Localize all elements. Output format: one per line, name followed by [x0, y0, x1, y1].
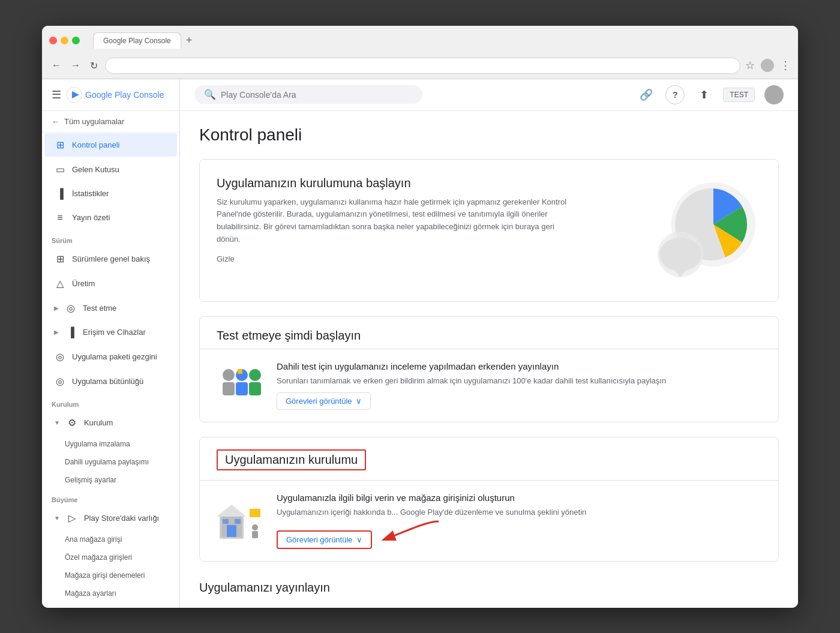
browser-titlebar: Google Play Console + — [42, 26, 798, 54]
sidebar-item-yayin-ozeti[interactable]: ≡ Yayın özeti — [44, 206, 177, 229]
back-arrow-icon: ← — [52, 117, 59, 126]
sidebar-item-dahili-uygulama[interactable]: Dahili uygulama paylaşımı — [42, 453, 179, 471]
link-icon-button[interactable]: 🔗 — [637, 85, 656, 104]
sidebar-item-gelismis[interactable]: Gelişmiş ayarlar — [42, 471, 179, 489]
kurulum-section-label: Kurulum — [42, 394, 179, 410]
content-area: Kontrol paneli Uygulamanızın kurulumuna … — [180, 111, 798, 608]
play-store-nav-icon: ▷ — [66, 512, 78, 524]
uretim-label: Üretim — [72, 279, 95, 288]
new-tab-button[interactable]: + — [181, 32, 197, 49]
surum-section-label: Sürüm — [42, 230, 179, 247]
svg-rect-7 — [223, 382, 235, 395]
bookmark-icon[interactable]: ☆ — [745, 59, 755, 72]
kurulum-item-icon — [217, 500, 265, 542]
test-item-content: Dahili test için uygulamanızı inceleme y… — [277, 361, 761, 410]
sidebar-item-butunluk[interactable]: ◎ Uygulama bütünlüğü — [44, 370, 177, 393]
help-icon-button[interactable]: ? — [665, 85, 685, 104]
sidebar-item-paket[interactable]: ◎ Uygulama paketi gezgini — [44, 345, 177, 368]
gelen-kutusu-icon: ▭ — [54, 164, 66, 175]
svg-rect-16 — [223, 519, 229, 524]
browser-window: Google Play Console + ← → ↻ ☆ ⋮ ☰ — [42, 26, 798, 608]
test-etme-icon: ◎ — [65, 302, 77, 314]
kontrol-paneli-icon: ⊞ — [54, 139, 66, 151]
svg-rect-21 — [252, 531, 258, 538]
test-section-card: Test etmeye şimdi başlayın — [199, 316, 779, 423]
svg-point-10 — [249, 369, 261, 381]
svg-rect-19 — [250, 509, 260, 517]
kurulum-section-title: Uygulamanızın kurulumu — [217, 449, 366, 470]
sidebar-item-magaza-denemeleri[interactable]: Mağaza girişi denemeleri — [42, 566, 179, 584]
search-icon: 🔍 — [204, 89, 216, 100]
kurulum-item-desc: Uygulamanızın içeriği hakkında b... Goog… — [277, 506, 761, 518]
svg-point-6 — [223, 369, 235, 381]
sidebar-item-gelen-kutusu[interactable]: ▭ Gelen Kutusu — [44, 158, 177, 181]
butunluk-icon: ◎ — [54, 376, 66, 387]
avatar-icon[interactable] — [764, 85, 784, 104]
kurulum-section-item-row: Uygulamanızla ilgili bilgi verin ve mağa… — [200, 481, 778, 561]
sidebar-item-magaza-ayarlari[interactable]: Mağaza ayarları — [42, 584, 179, 602]
sidebar-item-istatistikler[interactable]: ▐ İstatistikler — [44, 182, 177, 205]
sidebar-item-erisim[interactable]: ▶ ▐ Erişim ve Cihazlar — [44, 321, 177, 344]
traffic-light-green[interactable] — [72, 37, 80, 44]
upload-icon-button[interactable]: ⬆ — [694, 85, 713, 104]
browser-tab-active[interactable]: Google Play Console — [93, 32, 181, 49]
uygulama-imzalama-label: Uygulama imzalama — [65, 440, 130, 448]
test-tasks-chevron: ∨ — [356, 397, 362, 406]
svg-rect-15 — [227, 525, 236, 537]
traffic-light-red[interactable] — [49, 37, 57, 44]
sidebar-item-ana-magaza[interactable]: Ana mağaza girişi — [42, 530, 179, 548]
hamburger-icon[interactable]: ☰ — [52, 88, 61, 101]
sidebar-item-uretim[interactable]: △ Üretim — [44, 272, 177, 295]
erisim-icon: ▐ — [65, 327, 77, 338]
sidebar-item-surumlere[interactable]: ⊞ Sürümlere genel bakış — [44, 247, 177, 271]
back-button[interactable]: ← — [49, 58, 64, 73]
back-label: Tüm uygulamalar — [64, 117, 124, 126]
main-topbar: 🔍 🔗 ? ⬆ TEST — [180, 79, 798, 111]
test-badge: TEST — [723, 88, 755, 102]
play-store-label: Play Store'daki varlığı — [84, 514, 159, 523]
browser-tabs: Google Play Console + — [93, 32, 791, 49]
sidebar-item-play-store[interactable]: ▼ ▷ Play Store'daki varlığı — [44, 506, 177, 530]
address-bar[interactable] — [105, 58, 740, 74]
sidebar: ☰ Google Play Console ← Tüm uygulamalar … — [42, 79, 180, 608]
sidebar-item-kontrol-paneli[interactable]: ⊞ Kontrol paneli — [44, 133, 177, 157]
test-section-item-row: Dahili test için uygulamanızı inceleme y… — [200, 349, 778, 422]
sidebar-item-test-etme[interactable]: ▶ ◎ Test etme — [44, 296, 177, 320]
butunluk-label: Uygulama bütünlüğü — [72, 377, 143, 386]
browser-toolbar: ← → ↻ ☆ ⋮ — [42, 54, 798, 79]
play-logo: Google Play Console — [66, 86, 164, 103]
sidebar-item-ceviri[interactable]: Çeviri hizmeti — [42, 602, 179, 608]
sidebar-item-ozel-magaza[interactable]: Özel mağaza girişleri — [42, 548, 179, 566]
main-search-bar[interactable]: 🔍 — [194, 85, 422, 104]
paket-icon: ◎ — [54, 351, 66, 362]
uretim-icon: △ — [54, 278, 66, 289]
dahili-uygulama-label: Dahili uygulama paylaşımı — [65, 458, 149, 466]
surumlere-icon: ⊞ — [54, 253, 66, 265]
istatistikler-icon: ▐ — [54, 188, 66, 199]
back-to-all-apps-button[interactable]: ← Tüm uygulamalar — [42, 111, 179, 133]
kurulum-section-title-area: Uygulamanızın kurulumu — [200, 437, 778, 480]
istatistikler-label: İstatistikler — [72, 189, 109, 198]
magaza-ayarlari-label: Mağaza ayarları — [65, 589, 116, 598]
profile-circle[interactable] — [761, 59, 774, 72]
traffic-light-yellow[interactable] — [61, 37, 68, 44]
ana-magaza-label: Ana mağaza girişi — [65, 535, 122, 544]
svg-rect-17 — [235, 519, 241, 524]
browser-menu-icon[interactable]: ⋮ — [780, 59, 791, 72]
sidebar-item-kurulum-expand[interactable]: ▼ ⚙ Kurulum — [44, 411, 177, 434]
kurulum-tasks-button[interactable]: Görevleri görüntüle ∨ — [277, 530, 372, 549]
kurulum-label: Kurulum — [84, 418, 113, 427]
setup-section-title: Uygulamanızın kurulumuna başlayın — [217, 176, 641, 190]
kurulum-expand-chevron: ▼ — [54, 419, 60, 426]
tab-label: Google Play Console — [103, 37, 171, 45]
sidebar-item-uygulama-imzalama[interactable]: Uygulama imzalama — [42, 435, 179, 453]
search-input[interactable] — [221, 90, 413, 100]
yayin-ozeti-label: Yayın özeti — [72, 213, 110, 222]
browser-chrome: Google Play Console + ← → ↻ ☆ ⋮ — [42, 26, 798, 79]
forward-button[interactable]: → — [68, 58, 83, 73]
test-section-title-area: Test etmeye şimdi başlayın — [200, 317, 778, 343]
hide-link[interactable]: Gizle — [217, 254, 641, 263]
svg-rect-12 — [238, 369, 242, 374]
test-tasks-button[interactable]: Görevleri görüntüle ∨ — [277, 392, 371, 410]
refresh-button[interactable]: ↻ — [88, 58, 100, 74]
